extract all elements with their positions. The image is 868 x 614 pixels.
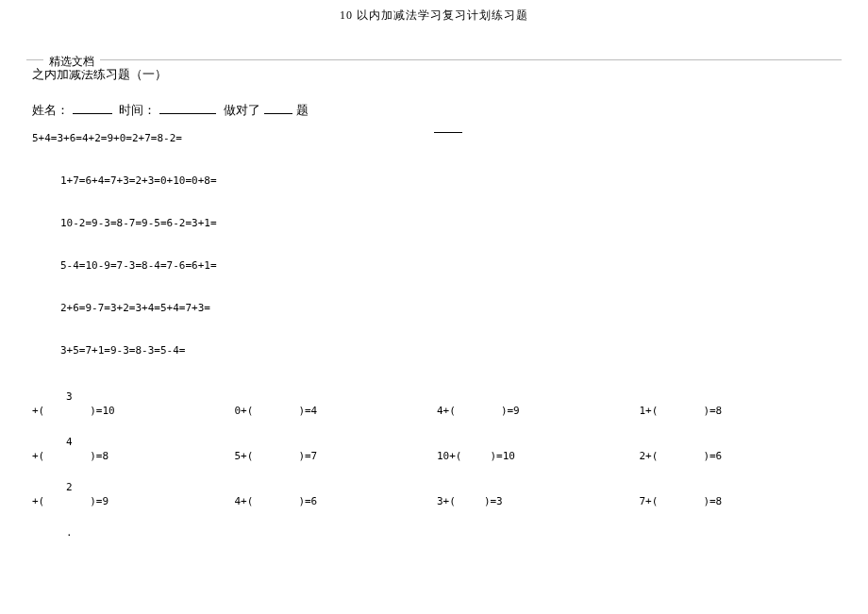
paren-cell: +()=10	[32, 405, 235, 417]
content-area: 精选文档 之内加减法练习题（一） 姓名： 时间： 做对了题 5+4=3+6=4+…	[26, 59, 842, 539]
page-title: 10 以内加减法学习复习计划练习题	[0, 0, 868, 24]
time-label: 时间：	[119, 103, 156, 117]
equation-line-6: 3+5=7+1=9-3=8-3=5-4=	[60, 344, 842, 357]
info-row: 姓名： 时间： 做对了题	[32, 102, 842, 119]
paren-cell: 3+()=3	[437, 495, 640, 507]
paren-cell: 0+()=4	[235, 405, 438, 417]
correct-suffix: 题	[296, 103, 309, 117]
paren-above-1: 3	[66, 390, 842, 403]
paren-above-2: 4	[66, 436, 842, 448]
paren-cell: 4+()=9	[437, 405, 640, 417]
paren-cell: 4+()=6	[235, 495, 438, 507]
name-label: 姓名：	[32, 103, 69, 117]
equation-line-5: 2+6=9-7=3+2=3+4=5+4=7+3=	[60, 302, 842, 314]
paren-group-3: 2 +()=9 4+()=6 3+()=3 7+()=8	[32, 481, 842, 507]
equation-line-2: 1+7=6+4=7+3=2+3=0+10=0+8=	[60, 174, 842, 187]
paren-cell: 5+()=7	[235, 450, 438, 462]
paren-cell: 10+()=10	[437, 450, 640, 462]
name-blank	[73, 103, 112, 114]
trailing-dot: .	[66, 526, 842, 539]
equation-line-1: 5+4=3+6=4+2=9+0=2+7=8-2=	[32, 132, 842, 144]
correct-prefix: 做对了	[224, 103, 260, 117]
correct-blank	[264, 103, 292, 114]
paren-cell: 1+()=8	[640, 405, 843, 417]
worksheet-subtitle: 之内加减法练习题（一）	[32, 66, 842, 83]
paren-group-1: 3 +()=10 0+()=4 4+()=9 1+()=8	[32, 390, 842, 417]
paren-row-3: +()=9 4+()=6 3+()=3 7+()=8	[32, 495, 842, 507]
paren-above-3: 2	[66, 481, 842, 493]
time-blank	[159, 103, 216, 114]
fill-paren-section: 3 +()=10 0+()=4 4+()=9 1+()=8 4 +()=8 5+…	[32, 390, 842, 539]
equation-line-3: 10-2=9-3=8-7=9-5=6-2=3+1=	[60, 217, 842, 229]
paren-row-2: +()=8 5+()=7 10+()=10 2+()=6	[32, 450, 842, 462]
header-label: 精选文档	[43, 54, 100, 70]
paren-cell: +()=9	[32, 495, 235, 507]
paren-cell: +()=8	[32, 450, 235, 462]
paren-row-1: +()=10 0+()=4 4+()=9 1+()=8	[32, 405, 842, 417]
equation-line-4: 5-4=10-9=7-3=8-4=7-6=6+1=	[60, 259, 842, 272]
paren-group-2: 4 +()=8 5+()=7 10+()=10 2+()=6	[32, 436, 842, 462]
equation-text: 5+4=3+6=4+2=9+0=2+7=8-2=	[32, 132, 182, 144]
paren-cell: 7+()=8	[640, 495, 843, 507]
stray-underline	[434, 132, 462, 133]
paren-cell: 2+()=6	[640, 450, 843, 462]
